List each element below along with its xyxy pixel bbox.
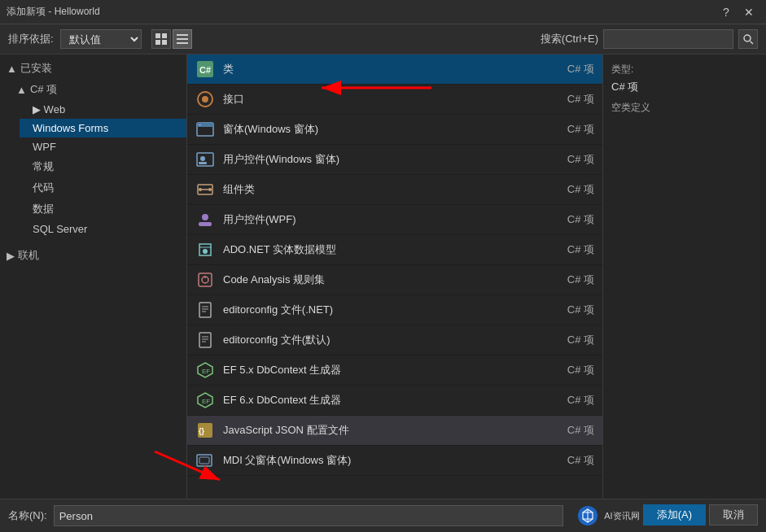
search-button[interactable] bbox=[738, 29, 758, 49]
list-item[interactable]: MDI 父窗体(Windows 窗体) C# 项 bbox=[187, 446, 602, 476]
sidebar-item-code[interactable]: 代码 bbox=[20, 177, 186, 198]
svg-line-8 bbox=[751, 41, 754, 45]
close-button[interactable]: ✕ bbox=[738, 4, 759, 20]
item-category: C# 项 bbox=[567, 423, 594, 438]
logo-area: AI资讯网 bbox=[576, 504, 639, 527]
editorconfig-default-icon bbox=[195, 330, 215, 350]
list-panel: C# 类 C# 项 接口 C# 项 bbox=[187, 55, 603, 499]
title-text: 添加新项 - Helloworld bbox=[7, 5, 716, 19]
svg-text:{}: {} bbox=[199, 427, 205, 435]
sidebar-item-windows-forms[interactable]: Windows Forms bbox=[20, 119, 186, 137]
add-button[interactable]: 添加(A) bbox=[643, 504, 706, 525]
sidebar-csharp-section[interactable]: ▲ C# 项 bbox=[10, 79, 186, 100]
sort-label: 排序依据: bbox=[8, 32, 54, 46]
type-value: C# 项 bbox=[611, 80, 758, 94]
sidebar-installed-section[interactable]: ▲ 已安装 bbox=[0, 58, 186, 79]
svg-rect-3 bbox=[162, 40, 167, 45]
list-item[interactable]: 接口 C# 项 bbox=[187, 85, 602, 115]
sidebar: ▲ 已安装 ▲ C# 项 ▶ Web Windows Forms WPF bbox=[0, 55, 187, 499]
item-category: C# 项 bbox=[567, 333, 594, 347]
logo-icon bbox=[576, 504, 599, 527]
svg-rect-5 bbox=[177, 38, 188, 40]
list-item[interactable]: EF EF 5.x DbContext 生成器 C# 项 bbox=[187, 355, 602, 386]
svg-rect-24 bbox=[199, 222, 212, 226]
list-item[interactable]: ADO.NET 实体数据模型 C# 项 bbox=[187, 235, 602, 265]
sidebar-item-regular[interactable]: 常规 bbox=[20, 156, 186, 177]
svg-point-23 bbox=[202, 214, 208, 220]
svg-rect-1 bbox=[162, 33, 167, 38]
svg-point-25 bbox=[203, 249, 208, 254]
list-item[interactable]: EF EF 6.x DbContext 生成器 C# 项 bbox=[187, 386, 602, 416]
name-input[interactable] bbox=[54, 505, 564, 526]
item-name: 接口 bbox=[223, 92, 559, 107]
help-button[interactable]: ? bbox=[716, 4, 737, 20]
class-icon: C# bbox=[195, 59, 215, 79]
item-name: MDI 父窗体(Windows 窗体) bbox=[223, 453, 559, 468]
empty-def-label: 空类定义 bbox=[611, 101, 758, 115]
sidebar-item-web[interactable]: ▶ Web bbox=[20, 100, 186, 119]
list-item[interactable]: 用户控件(Windows 窗体) C# 项 bbox=[187, 145, 602, 175]
ado-net-icon bbox=[195, 240, 215, 259]
svg-rect-33 bbox=[199, 333, 211, 347]
svg-point-20 bbox=[199, 188, 202, 191]
item-category: C# 项 bbox=[567, 62, 594, 76]
interface-icon bbox=[195, 89, 215, 109]
type-label: 类型: bbox=[611, 63, 758, 76]
svg-point-21 bbox=[208, 188, 212, 191]
item-name: ADO.NET 实体数据模型 bbox=[223, 242, 559, 257]
sidebar-item-sql-server[interactable]: SQL Server bbox=[20, 220, 186, 238]
sidebar-item-data[interactable]: 数据 bbox=[20, 198, 186, 220]
item-category: C# 项 bbox=[567, 453, 594, 468]
list-view-button[interactable] bbox=[173, 29, 192, 49]
item-category: C# 项 bbox=[567, 122, 594, 137]
list-item[interactable]: editorconfig 文件(默认) C# 项 bbox=[187, 325, 602, 355]
mdi-icon bbox=[195, 451, 215, 470]
sidebar-item-wpf[interactable]: WPF bbox=[20, 137, 186, 156]
bottom-bar: 名称(N): AI资讯网 添加(A) 取消 bbox=[0, 499, 766, 532]
svg-text:EF: EF bbox=[202, 368, 210, 375]
window-icon bbox=[195, 120, 215, 139]
item-name: EF 6.x DbContext 生成器 bbox=[223, 393, 559, 408]
list-item[interactable]: 用户控件(WPF) C# 项 bbox=[187, 205, 602, 235]
list-item[interactable]: 组件类 C# 项 bbox=[187, 175, 602, 205]
search-label: 搜索(Ctrl+E) bbox=[541, 32, 598, 46]
item-name: 用户控件(WPF) bbox=[223, 212, 559, 227]
svg-rect-6 bbox=[177, 42, 188, 44]
item-category: C# 项 bbox=[567, 303, 594, 317]
ef6-icon: EF bbox=[195, 390, 215, 410]
item-name: 窗体(Windows 窗体) bbox=[223, 122, 559, 137]
component-icon bbox=[195, 180, 215, 199]
sort-select[interactable]: 默认值 bbox=[60, 29, 142, 49]
list-item[interactable]: Code Analysis 规则集 C# 项 bbox=[187, 265, 602, 295]
search-input[interactable] bbox=[603, 29, 733, 49]
svg-rect-15 bbox=[199, 124, 201, 125]
svg-text:C#: C# bbox=[199, 65, 211, 75]
json-icon: {} bbox=[195, 421, 215, 440]
svg-rect-0 bbox=[155, 33, 160, 38]
svg-rect-2 bbox=[155, 40, 160, 45]
name-label: 名称(N): bbox=[8, 508, 47, 523]
item-category: C# 项 bbox=[567, 393, 594, 408]
sidebar-online-section[interactable]: ▶ 联机 bbox=[0, 245, 186, 266]
grid-view-button[interactable] bbox=[151, 29, 171, 49]
user-control-wpf-icon bbox=[195, 210, 215, 229]
list-item[interactable]: 窗体(Windows 窗体) C# 项 bbox=[187, 115, 602, 145]
item-name: editorconfig 文件(默认) bbox=[223, 333, 559, 347]
toolbar: 排序依据: 默认值 搜索(Ctrl+E) bbox=[0, 24, 766, 55]
item-category: C# 项 bbox=[567, 273, 594, 287]
item-category: C# 项 bbox=[567, 242, 594, 257]
svg-rect-42 bbox=[199, 457, 209, 464]
svg-point-12 bbox=[202, 96, 208, 102]
item-category: C# 项 bbox=[567, 212, 594, 227]
item-name: 组件类 bbox=[223, 182, 559, 197]
svg-point-17 bbox=[200, 156, 205, 161]
editorconfig-dotnet-icon bbox=[195, 300, 215, 320]
list-item[interactable]: editorconfig 文件(.NET) C# 项 bbox=[187, 295, 602, 325]
item-category: C# 项 bbox=[567, 92, 594, 107]
cancel-button[interactable]: 取消 bbox=[709, 504, 758, 525]
list-item-json[interactable]: {} JavaScript JSON 配置文件 C# 项 bbox=[187, 416, 602, 446]
item-name: 用户控件(Windows 窗体) bbox=[223, 152, 559, 167]
item-name: Code Analysis 规则集 bbox=[223, 273, 559, 287]
list-item[interactable]: C# 类 C# 项 bbox=[187, 55, 602, 85]
item-name: 类 bbox=[223, 62, 559, 76]
